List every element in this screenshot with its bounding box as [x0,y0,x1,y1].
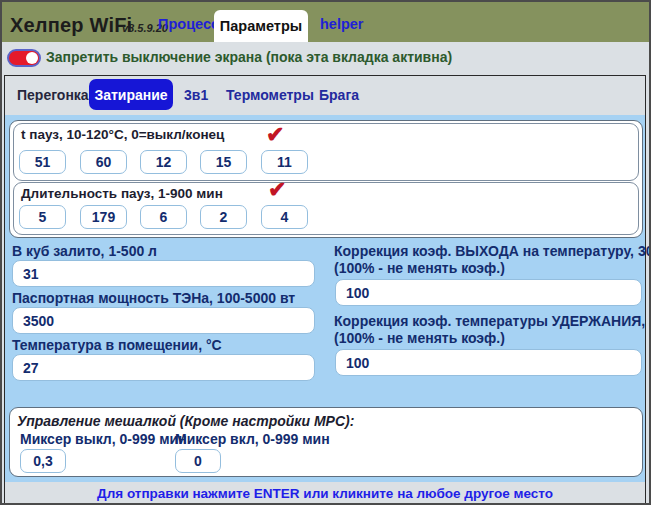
room-temp-input[interactable] [12,354,315,381]
header: Хелпер WiFi v8.5.9.20 Процесс Параметры … [2,2,649,42]
main-box: Перегонка Затирание 3в1 Термометры Брага… [4,75,646,505]
pause-durations-label: Длительность пауз, 1-900 мин [21,186,223,201]
mixer-on-label: Миксер вкл, 0-999 мин [175,431,330,447]
pause-temp-input-3[interactable] [140,150,187,174]
subtab-3v1[interactable]: 3в1 [184,87,208,103]
pause-duration-input-1[interactable] [19,205,66,229]
tab-helper[interactable]: helper [320,16,364,32]
screen-lock-toggle[interactable] [7,49,41,67]
hold-correction-label-line2: (100% - не менять коэф.) [334,330,505,346]
subtab-zatiranie-label: Затирание [94,87,167,103]
mixer-panel: Управление мешалкой (Кроме настройки МРС… [9,407,643,477]
pause-durations-panel: Длительность пауз, 1-900 мин ✔ [13,182,639,235]
mixer-on-input[interactable] [175,449,221,473]
pause-temps-label: t пауз, 10-120°C, 0=выкл/конец [21,127,224,142]
volume-input[interactable] [12,260,315,287]
screen-lock-label: Запретить выключение экрана (пока эта вк… [46,49,452,65]
content-area: t пауз, 10-120°C, 0=выкл/конец ✔ Длитель… [5,115,645,482]
subtab-peregonka[interactable]: Перегонка [17,87,89,103]
pause-temp-input-1[interactable] [19,150,66,174]
pause-duration-input-5[interactable] [261,205,308,229]
tab-parameters[interactable]: Параметры [214,10,308,42]
subtab-thermometers[interactable]: Термометры [226,87,314,103]
pause-temps-panel: t пауз, 10-120°C, 0=выкл/конец ✔ [13,123,639,181]
subtab-bar: Перегонка Затирание 3в1 Термометры Брага [5,76,645,115]
heater-power-input[interactable] [12,307,315,334]
heater-power-label: Паспортная мощность ТЭНа, 100-5000 вт [12,290,295,306]
toggle-knob-icon [26,52,38,64]
pause-duration-input-3[interactable] [140,205,187,229]
status-text: Для отправки нажмите ENTER или кликните … [97,486,553,501]
subtab-braga[interactable]: Брага [319,87,359,103]
tab-parameters-label: Параметры [220,18,302,34]
mixer-panel-title: Управление мешалкой (Кроме настройки МРС… [17,413,354,429]
output-correction-label-line1: Коррекция коэф. ВЫХОДА на температуру, 3… [334,243,651,259]
pauses-panel: t пауз, 10-120°C, 0=выкл/конец ✔ Длитель… [9,120,643,238]
output-correction-input[interactable] [335,279,642,306]
hold-correction-input[interactable] [335,349,642,376]
room-temp-label: Температура в помещении, °C [12,337,222,353]
status-bar: Для отправки нажмите ENTER или кликните … [5,482,645,504]
pause-temp-input-2[interactable] [80,150,127,174]
checkmark-icon: ✔ [266,124,284,146]
mixer-off-label: Миксер выкл, 0-999 мин [20,431,187,447]
output-correction-label-line2: (100% - не менять коэф.) [334,260,505,276]
tab-process[interactable]: Процесс [158,16,219,32]
screen-lock-row: Запретить выключение экрана (пока эта вк… [2,42,649,75]
pause-duration-input-4[interactable] [200,205,247,229]
pause-temp-input-4[interactable] [200,150,247,174]
mixer-off-input[interactable] [20,449,66,473]
subtab-zatiranie[interactable]: Затирание [89,79,173,110]
checkmark-icon: ✔ [268,179,286,201]
app-title: Хелпер WiFi [10,14,132,37]
volume-label: В куб залито, 1-500 л [12,243,157,259]
pause-duration-input-2[interactable] [80,205,127,229]
hold-correction-label-line1: Коррекция коэф. температуры УДЕРЖАНИЯ, 3… [334,313,651,329]
app-window: Хелпер WiFi v8.5.9.20 Процесс Параметры … [0,0,651,505]
pause-temp-input-5[interactable] [261,150,308,174]
